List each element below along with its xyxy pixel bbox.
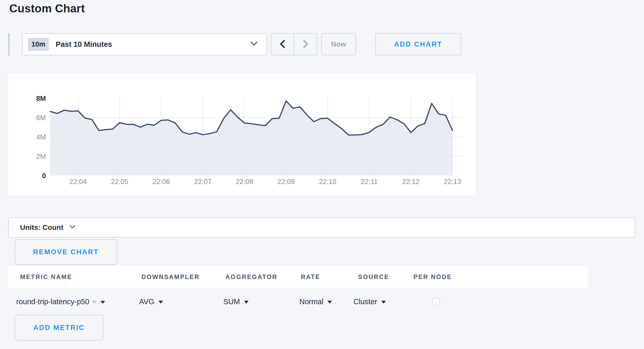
svg-text:22:10: 22:10 <box>319 178 336 186</box>
units-select[interactable]: Units: Count <box>8 217 635 238</box>
chevron-left-icon <box>278 39 287 50</box>
rate-select[interactable]: Normal <box>299 298 332 306</box>
source-select[interactable]: Cluster <box>353 298 386 306</box>
svg-text:22:13: 22:13 <box>444 178 461 186</box>
time-range-label: Past 10 Minutes <box>56 40 112 49</box>
metric-row: round-trip-latency-p50 × AVG SUM Normal … <box>0 288 644 316</box>
page-title: Custom Chart <box>9 2 85 15</box>
units-select-label: Units: Count <box>20 223 63 232</box>
aggregator-select[interactable]: SUM <box>223 298 249 306</box>
column-header-downsampler: DOWNSAMPLER <box>141 273 200 281</box>
dropdown-arrow-icon <box>244 301 249 304</box>
dropdown-arrow-icon <box>327 301 332 304</box>
series-area-fill <box>50 101 452 176</box>
dropdown-arrow-icon <box>381 301 386 304</box>
rate-value: Normal <box>299 298 323 306</box>
source-value: Cluster <box>353 298 377 306</box>
custom-chart-svg: 02M4M6M8M22:0422:0522:0622:0722:0822:092… <box>8 73 476 196</box>
add-metric-button[interactable]: ADD METRIC <box>15 315 103 341</box>
metric-name-value: round-trip-latency-p50 <box>16 298 89 306</box>
downsampler-value: AVG <box>139 298 154 306</box>
svg-text:22:04: 22:04 <box>69 178 87 186</box>
time-nav-group <box>271 33 317 55</box>
dropdown-arrow-icon <box>100 301 105 304</box>
column-header-rate: RATE <box>301 273 320 281</box>
dropdown-arrow-icon <box>158 301 163 304</box>
svg-text:22:11: 22:11 <box>361 178 378 186</box>
svg-text:8M: 8M <box>36 95 46 102</box>
chevron-down-icon <box>250 41 258 47</box>
downsampler-select[interactable]: AVG <box>139 298 163 306</box>
toolbar-accent-bar <box>8 33 10 56</box>
column-header-per-node: PER NODE <box>413 273 452 281</box>
column-header-aggregator: AGGREGATOR <box>225 273 277 281</box>
chevron-down-icon <box>70 225 75 230</box>
chart-card: 02M4M6M8M22:0422:0522:0622:0722:0822:092… <box>8 73 476 196</box>
svg-text:0: 0 <box>42 172 46 180</box>
chevron-right-icon <box>301 39 310 50</box>
svg-text:2M: 2M <box>36 153 46 160</box>
time-next-button[interactable] <box>294 34 317 55</box>
svg-text:22:05: 22:05 <box>111 178 129 186</box>
time-window-badge: 10m <box>28 38 49 51</box>
aggregator-value: SUM <box>223 298 240 306</box>
time-prev-button[interactable] <box>271 34 294 55</box>
svg-text:6M: 6M <box>36 114 46 122</box>
svg-text:22:07: 22:07 <box>194 178 212 186</box>
custom-chart-page: Custom Chart 10m Past 10 Minutes Now ADD… <box>0 0 644 349</box>
svg-text:22:12: 22:12 <box>402 178 420 186</box>
column-header-source: SOURCE <box>358 273 389 281</box>
time-range-select[interactable]: 10m Past 10 Minutes <box>22 33 267 55</box>
remove-chart-button[interactable]: REMOVE CHART <box>15 239 117 265</box>
metrics-table-header: METRIC NAME DOWNSAMPLER AGGREGATOR RATE … <box>8 266 588 288</box>
svg-text:22:06: 22:06 <box>152 178 170 186</box>
column-header-metric-name: METRIC NAME <box>20 273 72 281</box>
now-button[interactable]: Now <box>321 33 356 55</box>
clear-metric-icon[interactable]: × <box>92 297 97 306</box>
add-chart-button[interactable]: ADD CHART <box>375 33 461 55</box>
svg-text:22:09: 22:09 <box>277 178 295 186</box>
metric-name-select[interactable]: round-trip-latency-p50 × <box>16 297 105 306</box>
svg-text:4M: 4M <box>36 133 46 141</box>
svg-text:22:08: 22:08 <box>236 178 253 186</box>
per-node-checkbox[interactable] <box>432 298 440 306</box>
